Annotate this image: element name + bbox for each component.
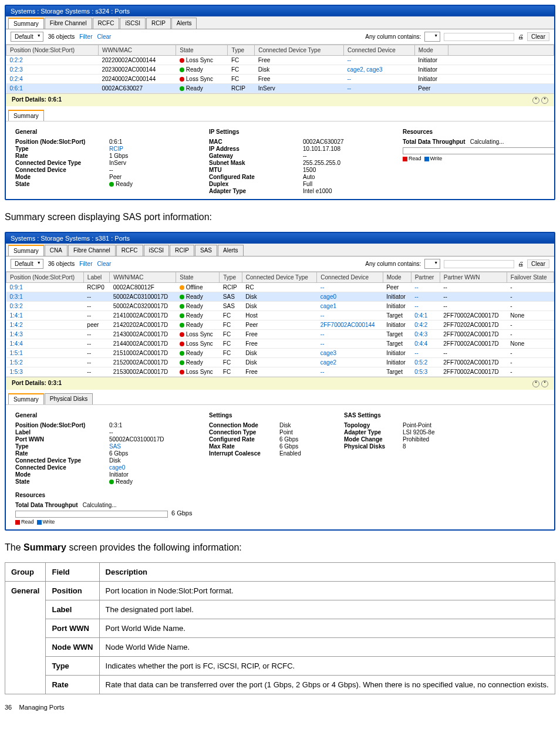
table-row[interactable]: 0:2:220220002AC000144Loss SyncFCFree--In… [6,56,554,65]
doc-row: GeneralPositionPort location in Node:Slo… [5,582,555,600]
filter-link[interactable]: Filter [79,261,92,267]
tab-rcfc[interactable]: RCFC [93,18,120,29]
ip-title: IP Settings [209,129,379,135]
collapse-down-icon[interactable]: ˅ [541,380,548,387]
col[interactable]: Mode [383,272,411,283]
caption-summary: The Summary screen provides the followin… [5,542,555,553]
col-state[interactable]: State [176,45,228,56]
col-position[interactable]: Position (Node:Slot:Port) [6,45,99,56]
search-input[interactable] [444,260,514,268]
ports-table: Position (Node:Slot:Port) WWN/MAC State … [6,45,554,93]
col[interactable]: Label [83,272,109,283]
read-swatch [403,157,407,161]
object-count: 36 objects [48,261,75,267]
collapse-up-icon[interactable]: ˄ [532,97,539,104]
tab-fibre-channel[interactable]: Fibre Channel [68,245,116,256]
throughput-label: Total Data Throughput [403,139,465,145]
print-icon[interactable]: 🖨 [518,33,524,40]
tab-iscsi[interactable]: iSCSI [144,245,170,256]
col[interactable]: Position (Node:Slot:Port) [6,272,84,283]
tabs: SummaryCNAFibre ChannelRCFCiSCSIRCIPSASA… [6,244,554,256]
tab-alerts[interactable]: Alerts [218,245,244,256]
doc-row: Node WWNNode World Wide Name. [5,638,555,657]
table-row[interactable]: 0:2:420240002AC000144Loss SyncFCFree--In… [6,75,554,84]
caption-sas: Summary screen displaying SAS port infor… [5,212,555,222]
tab-fc[interactable]: Fibre Channel [45,18,92,29]
resources-title: Resources [403,129,555,135]
anycol-dropdown[interactable] [424,32,440,42]
col[interactable]: WWN/MAC [110,272,176,283]
sas-title: SAS Settings [344,412,456,418]
tab-sas[interactable]: SAS [195,245,217,256]
toolbar: Default 36 objects Filter Clear Any colu… [6,29,554,45]
table-row[interactable]: 1:5:3--21530002AC00017DLoss SyncFCFree--… [6,367,554,377]
doc-col-field: Field [46,563,99,582]
tab-cna[interactable]: CNA [45,245,68,256]
view-dropdown[interactable]: Default [11,32,43,42]
search-input[interactable] [444,33,514,41]
table-row[interactable]: 0:3:1--50002AC03100017DReadySASDiskcage0… [6,292,554,302]
throughput-value: Calculating... [470,139,504,145]
doc-row: RateRate that data can be transferred ov… [5,676,555,694]
table-row[interactable]: 1:5:2--21520002AC00017DReadyFCDiskcage2I… [6,358,554,367]
view-dropdown[interactable]: Default [11,259,43,269]
clear-button[interactable]: Clear [527,259,549,268]
throughput-bar [15,511,168,518]
subtab-physdisks[interactable]: Physical Disks [45,393,93,404]
tab-summary[interactable]: Summary [8,245,44,256]
general-title: General [15,129,185,135]
doc-col-group: Group [5,563,46,582]
col[interactable]: Connected Device [317,272,383,283]
col-cd[interactable]: Connected Device [344,45,415,56]
filter-link[interactable]: Filter [79,33,92,40]
col-wwn[interactable]: WWN/MAC [98,45,176,56]
clear-link[interactable]: Clear [97,261,112,267]
port-details: Port Details: 0:6:1 ˄ ˅ Summary General … [6,93,554,199]
anycol-dropdown[interactable] [424,259,440,269]
col[interactable]: Connected Device Type [242,272,317,283]
table-row[interactable]: 1:4:1--21410002AC00017DReadyFCHost--Targ… [6,311,554,320]
write-swatch [37,520,42,525]
clear-button[interactable]: Clear [527,32,549,41]
col[interactable]: State [176,272,220,283]
subtab-summary[interactable]: Summary [8,393,44,404]
port-details: Port Details: 0:3:1 ˄ ˅ Summary Physical… [6,377,554,529]
legend: Read Write [15,519,545,525]
table-row[interactable]: 1:5:1--21510002AC00017DReadyFCDiskcage3I… [6,349,554,358]
col-mode[interactable]: Mode [414,45,448,56]
collapse-down-icon[interactable]: ˅ [541,97,548,104]
tab-iscsi[interactable]: iSCSI [120,18,146,29]
doc-row: TypeIndicates whether the port is FC, iS… [5,657,555,676]
tab-rcip[interactable]: RCIP [146,18,171,29]
titlebar: Systems : Storage Systems : s324 : Ports [6,6,554,16]
table-row[interactable]: 0:6:10002AC630027ReadyRCIPInServ--Peer [6,84,554,93]
col[interactable]: Failover State [507,272,554,283]
general-title: General [15,412,185,418]
table-row[interactable]: 1:4:2peer21420202AC00017DReadyFCPeer2FF7… [6,320,554,330]
tab-rcip[interactable]: RCIP [170,245,194,256]
collapse-up-icon[interactable]: ˄ [532,380,539,387]
subtab-summary[interactable]: Summary [8,110,44,121]
tab-alerts[interactable]: Alerts [171,18,197,29]
table-row[interactable]: 0:2:320230002AC000144ReadyFCDiskcage2, c… [6,65,554,75]
titlebar: Systems : Storage Systems : s381 : Ports [6,233,554,244]
col[interactable]: Partner WWN [440,272,507,283]
table-row[interactable]: 0:9:1RCIP00002AC80012FOfflineRCIPRC--Pee… [6,283,554,292]
ports-table: Position (Node:Slot:Port)LabelWWN/MACSta… [6,272,554,377]
table-row[interactable]: 1:4:4--21440002AC00017DLoss SyncFCFree--… [6,339,554,349]
clear-link[interactable]: Clear [97,33,112,40]
tabs: Summary Fibre Channel RCFC iSCSI RCIP Al… [6,16,554,29]
toolbar: Default 36 objects Filter Clear Any colu… [6,256,554,272]
table-row[interactable]: 1:4:3--21430002AC00017DLoss SyncFCFree--… [6,330,554,339]
print-icon[interactable]: 🖨 [518,261,524,267]
port-details-title: Port Details: 0:3:1 [12,380,62,387]
col[interactable]: Type [220,272,242,283]
col-type[interactable]: Type [228,45,255,56]
tab-summary[interactable]: Summary [8,18,44,29]
table-row[interactable]: 0:3:2--50002AC03200017DReadySASDiskcage1… [6,302,554,311]
col[interactable]: Partner [411,272,440,283]
col-cdt[interactable]: Connected Device Type [255,45,344,56]
tab-rcfc[interactable]: RCFC [116,245,143,256]
doc-col-desc: Description [99,563,555,582]
write-swatch [424,157,429,161]
